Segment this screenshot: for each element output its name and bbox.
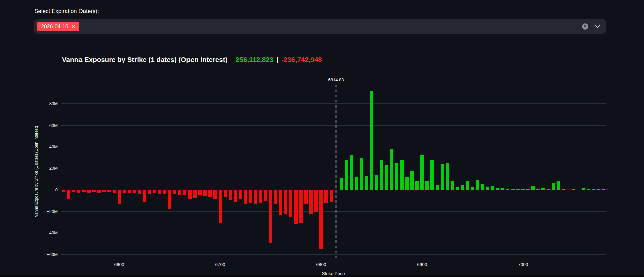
vanna-bar[interactable] bbox=[97, 190, 101, 193]
vanna-bar[interactable] bbox=[446, 163, 449, 190]
vanna-bar[interactable] bbox=[425, 181, 429, 190]
vanna-bar[interactable] bbox=[153, 190, 156, 193]
vanna-bar[interactable] bbox=[102, 190, 106, 192]
vanna-bar[interactable] bbox=[562, 189, 565, 190]
vanna-bar[interactable] bbox=[365, 176, 368, 190]
vanna-bar[interactable] bbox=[259, 190, 262, 203]
vanna-bar[interactable] bbox=[557, 181, 560, 190]
vanna-bar[interactable] bbox=[471, 187, 474, 190]
vanna-bar[interactable] bbox=[229, 190, 232, 200]
vanna-bar[interactable] bbox=[92, 190, 96, 192]
vanna-bar[interactable] bbox=[163, 190, 166, 194]
vanna-bar[interactable] bbox=[133, 190, 136, 193]
vanna-bar[interactable] bbox=[602, 189, 605, 190]
vanna-bar[interactable] bbox=[324, 190, 328, 203]
vanna-bar[interactable] bbox=[269, 190, 272, 243]
vanna-bar[interactable] bbox=[284, 190, 287, 214]
vanna-bar[interactable] bbox=[118, 190, 121, 204]
vanna-bar[interactable] bbox=[511, 189, 515, 190]
vanna-bar[interactable] bbox=[441, 164, 444, 190]
vanna-bar[interactable] bbox=[597, 189, 600, 190]
vanna-bar[interactable] bbox=[451, 181, 454, 190]
vanna-bar[interactable] bbox=[299, 190, 303, 223]
vanna-bar[interactable] bbox=[254, 190, 257, 204]
vanna-bar[interactable] bbox=[234, 190, 237, 202]
vanna-bar[interactable] bbox=[82, 190, 86, 192]
vanna-bar[interactable] bbox=[208, 190, 212, 198]
vanna-bar[interactable] bbox=[294, 190, 298, 224]
vanna-bar[interactable] bbox=[67, 190, 70, 199]
vanna-bar[interactable] bbox=[521, 189, 525, 190]
vanna-bar[interactable] bbox=[345, 160, 348, 190]
vanna-bar[interactable] bbox=[587, 189, 590, 190]
vanna-bar[interactable] bbox=[350, 155, 353, 190]
vanna-bar[interactable] bbox=[415, 181, 419, 190]
vanna-bar[interactable] bbox=[405, 177, 409, 190]
vanna-bar[interactable] bbox=[264, 190, 267, 201]
vanna-bar[interactable] bbox=[400, 160, 404, 190]
vanna-bar[interactable] bbox=[314, 190, 318, 213]
vanna-bar[interactable] bbox=[461, 185, 464, 190]
vanna-bar[interactable] bbox=[491, 186, 494, 190]
vanna-bar[interactable] bbox=[279, 190, 282, 215]
vanna-bar[interactable] bbox=[496, 188, 499, 190]
vanna-bar[interactable] bbox=[486, 187, 489, 190]
vanna-bar[interactable] bbox=[390, 149, 393, 190]
vanna-bar[interactable] bbox=[87, 190, 91, 193]
vanna-bar[interactable] bbox=[168, 190, 171, 209]
vanna-bar[interactable] bbox=[395, 163, 398, 190]
vanna-bar[interactable] bbox=[148, 190, 151, 194]
vanna-bar[interactable] bbox=[385, 165, 388, 190]
vanna-bar[interactable] bbox=[188, 190, 192, 199]
vanna-bar[interactable] bbox=[430, 160, 434, 190]
vanna-bar[interactable] bbox=[567, 190, 570, 190]
vanna-bar[interactable] bbox=[158, 190, 161, 194]
vanna-bar[interactable] bbox=[541, 188, 545, 190]
vanna-bar[interactable] bbox=[249, 190, 252, 203]
vanna-bar[interactable] bbox=[420, 155, 424, 190]
vanna-bar[interactable] bbox=[380, 160, 383, 190]
vanna-bar[interactable] bbox=[410, 171, 414, 190]
vanna-bar[interactable] bbox=[309, 190, 313, 214]
vanna-bar[interactable] bbox=[592, 189, 595, 190]
vanna-bar[interactable] bbox=[481, 184, 484, 190]
vanna-bar[interactable] bbox=[572, 189, 575, 190]
vanna-bar[interactable] bbox=[183, 190, 186, 195]
vanna-bar[interactable] bbox=[107, 190, 111, 192]
vanna-bar[interactable] bbox=[143, 190, 146, 202]
vanna-bar[interactable] bbox=[582, 188, 585, 190]
vanna-bar[interactable] bbox=[536, 189, 540, 190]
vanna-bar[interactable] bbox=[319, 190, 323, 249]
vanna-bar[interactable] bbox=[198, 190, 202, 195]
vanna-bar[interactable] bbox=[128, 190, 131, 193]
vanna-bar[interactable] bbox=[355, 177, 358, 190]
vanna-bar[interactable] bbox=[370, 91, 373, 190]
vanna-bar[interactable] bbox=[577, 190, 580, 190]
vanna-bar[interactable] bbox=[72, 190, 75, 192]
vanna-bar[interactable] bbox=[138, 190, 141, 194]
vanna-bar[interactable] bbox=[77, 190, 80, 193]
vanna-bar[interactable] bbox=[219, 190, 222, 223]
vanna-bar[interactable] bbox=[244, 190, 247, 204]
vanna-bar[interactable] bbox=[476, 180, 479, 190]
vanna-bar[interactable] bbox=[289, 190, 292, 217]
vanna-bar[interactable] bbox=[178, 190, 181, 195]
vanna-bar[interactable] bbox=[506, 189, 509, 190]
vanna-bar[interactable] bbox=[375, 175, 378, 190]
vanna-bar[interactable] bbox=[173, 190, 176, 194]
vanna-chart-canvas[interactable]: 80M60M40M20M0−20M−40M−60M660067006800690… bbox=[0, 0, 644, 277]
vanna-bar[interactable] bbox=[360, 158, 363, 190]
vanna-bar[interactable] bbox=[62, 190, 65, 192]
vanna-bar[interactable] bbox=[516, 189, 520, 190]
vanna-bar[interactable] bbox=[304, 190, 308, 204]
vanna-bar[interactable] bbox=[193, 190, 197, 198]
vanna-bar[interactable] bbox=[531, 186, 535, 190]
vanna-bar[interactable] bbox=[203, 190, 207, 196]
vanna-bar[interactable] bbox=[501, 188, 504, 190]
vanna-bar[interactable] bbox=[330, 190, 333, 202]
vanna-bar[interactable] bbox=[274, 190, 277, 204]
vanna-bar[interactable] bbox=[436, 185, 439, 190]
vanna-bar[interactable] bbox=[213, 190, 217, 199]
vanna-bar[interactable] bbox=[224, 190, 227, 198]
vanna-bar[interactable] bbox=[340, 178, 343, 190]
